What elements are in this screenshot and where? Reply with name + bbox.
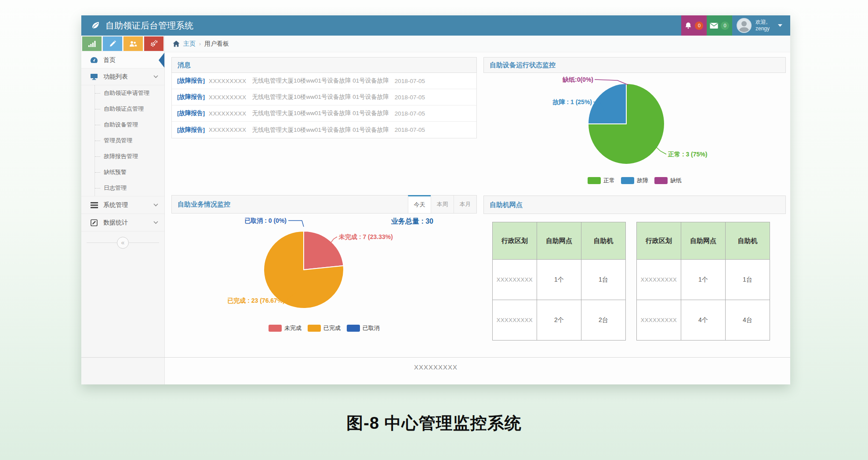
list-icon [89,202,99,208]
table-row: XXXXXXXXX 1个 1台 [493,260,626,300]
message-row[interactable]: [故障报告] XXXXXXXXX 无线电管理大厦10楼ww01号设备故障 01号… [172,122,476,138]
sidebar-collapse-button[interactable]: « [81,235,164,250]
business-pie-chart: 已取消 : 0 (0%) 未完成 : 7 (23.33%) 已完成 : 23 (… [171,214,477,341]
business-legend: 未完成 已完成 已取消 [171,324,477,332]
bell-icon [684,22,692,29]
submenu-label: 自助领证申请管理 [104,89,149,97]
device-panel-title: 自助设备运行状态监控 [490,61,556,69]
quick-button-settings[interactable] [144,36,163,51]
message-date: 2018-07-05 [395,78,425,84]
notifications-button[interactable]: 0 [681,15,707,36]
legend-item-cancelled[interactable]: 已取消 [347,324,380,332]
message-row[interactable]: [故障报告] XXXXXXXXX 无线电管理大厦10楼ww01号设备故障 01号… [172,73,476,89]
sidebar-item-home[interactable]: 首页 [81,52,164,69]
device-status-panel: 自助设备运行状态监控 缺纸:0(0%) 故障 : 1 (25%) 正常 : 3 … [483,57,786,192]
message-code: XXXXXXXXX [209,127,247,133]
sidebar-item-label: 功能列表 [103,73,128,81]
tree-dash [95,188,100,188]
sidebar-item-label: 系统管理 [103,201,128,209]
sidebar-item-functions[interactable]: 功能列表 [81,69,164,85]
legend-label: 故障 [637,177,648,185]
messages-panel-title: 消息 [178,61,191,69]
divider [87,243,117,243]
messages-button[interactable]: 0 [707,15,732,36]
submenu-item-fault-report-mgmt[interactable]: 故障报告管理 [81,149,164,164]
network-panel-title: 自助机网点 [490,201,523,209]
legend-item-normal[interactable]: 正常 [588,177,615,185]
legend-item-undone[interactable]: 未完成 [269,324,301,332]
message-row[interactable]: [故障报告] XXXXXXXXX 无线电管理大厦10楼ww01号设备故障 01号… [172,89,476,105]
breadcrumb: 主页 › 用户看板 [165,36,790,52]
sidebar: 首页 功能列表 自助领证申请管理 自助领证点管理 自助设备管理 管理员管理 故障… [81,36,165,384]
tab-this-month[interactable]: 本月 [454,196,476,213]
connector-done [287,292,296,300]
submenu-item-apply-mgmt[interactable]: 自助领证申请管理 [81,85,164,101]
message-text: 无线电管理大厦10楼ww01号设备故障 01号设备故障 [252,109,389,117]
tab-today[interactable]: 今天 [408,195,431,213]
business-total-label: 业务总量 : 30 [391,217,433,226]
col-header-district: 行政区划 [493,222,537,260]
business-tabs: 今天 本周 本月 [408,196,476,213]
leaf-icon [90,20,101,31]
quick-button-stats[interactable] [82,36,102,51]
envelope-icon [710,22,718,29]
legend-item-fault[interactable]: 故障 [621,177,648,185]
legend-swatch [347,325,360,332]
tree-dash [95,172,100,173]
message-code: XXXXXXXXX [209,110,247,117]
submenu-item-point-mgmt[interactable]: 自助领证点管理 [81,101,164,117]
sidebar-menu: 首页 功能列表 自助领证申请管理 自助领证点管理 自助设备管理 管理员管理 故障… [81,52,164,250]
active-indicator-arrow [159,53,164,68]
welcome-line2: zengy [755,25,770,32]
legend-label: 已取消 [363,324,380,332]
app-title: 自助领证后台管理系统 [105,20,193,32]
table-row: XXXXXXXXX 2个 2台 [493,300,626,340]
legend-item-done[interactable]: 已完成 [308,324,341,332]
breadcrumb-home-link[interactable]: 主页 [183,40,196,48]
pie-label-done: 已完成 : 23 (76.67%) [227,297,285,305]
message-text: 无线电管理大厦10楼ww01号设备故障 01号设备故障 [252,77,389,85]
quick-button-users[interactable] [123,36,143,51]
connector-undone [328,237,337,246]
message-text: 无线电管理大厦10楼ww01号设备故障 01号设备故障 [252,93,389,101]
tab-this-week[interactable]: 本周 [431,196,454,213]
message-tag: [故障报告] [177,77,205,85]
submenu-label: 故障报告管理 [104,152,138,160]
user-menu[interactable]: 欢迎, zengy [732,15,790,36]
message-text: 无线电管理大厦10楼ww01号设备故障 01号设备故障 [252,126,389,134]
legend-label: 已完成 [323,324,341,332]
legend-label: 未完成 [284,324,301,332]
device-panel-header: 自助设备运行状态监控 [483,57,786,73]
legend-item-paper[interactable]: 缺纸 [654,177,682,185]
divider [129,243,159,243]
sidebar-item-system[interactable]: 系统管理 [81,196,164,214]
submenu-item-device-mgmt[interactable]: 自助设备管理 [81,117,164,133]
message-row[interactable]: [故障报告] XXXXXXXXX 无线电管理大厦10楼ww01号设备故障 01号… [172,105,476,122]
legend-swatch [654,177,668,184]
pie-label-normal: 正常 : 3 (75%) [668,151,707,159]
legend-swatch [588,177,601,184]
welcome-text: 欢迎, zengy [755,19,770,32]
submenu-item-log-mgmt[interactable]: 日志管理 [81,180,164,196]
submenu-label: 自助领证点管理 [104,105,144,113]
message-code: XXXXXXXXX [209,78,247,84]
business-panel-header: 自助业务情况监控 今天 本周 本月 [171,195,477,214]
submenu-item-admin-mgmt[interactable]: 管理员管理 [81,133,164,149]
pencil-icon [109,40,116,47]
users-icon [129,40,137,47]
sidebar-quick-buttons [81,36,164,51]
submenu-label: 缺纸预警 [104,168,127,176]
breadcrumb-separator: › [199,41,201,47]
submenu-item-paper-warning[interactable]: 缺纸预警 [81,164,164,180]
table-row: XXXXXXXXX 4个 4台 [637,300,770,340]
sidebar-item-statistics[interactable]: 数据统计 [81,214,164,232]
sidebar-submenu-functions: 自助领证申请管理 自助领证点管理 自助设备管理 管理员管理 故障报告管理 缺纸预… [81,85,164,196]
connector-normal [655,146,666,154]
welcome-line1: 欢迎, [755,19,767,25]
business-panel-title: 自助业务情况监控 [178,200,230,209]
quick-button-edit[interactable] [103,36,122,51]
table-row: XXXXXXXXX 1个 1台 [637,260,770,300]
message-date: 2018-07-05 [395,94,425,101]
device-pie-chart: 缺纸:0(0%) 故障 : 1 (25%) 正常 : 3 (75%) 正常 故障 [483,73,786,192]
sidebar-item-label: 数据统计 [103,219,128,227]
